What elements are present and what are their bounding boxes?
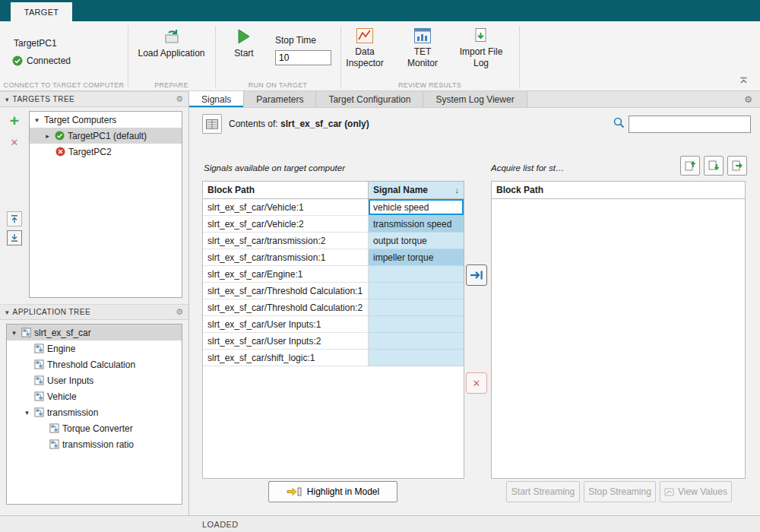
signal-cell[interactable]: impeller torque	[369, 249, 464, 266]
targets-tree-header[interactable]: ▾ TARGETS TREE ⚙	[0, 91, 188, 107]
view-values-button[interactable]: View Values	[660, 481, 732, 502]
start-streaming-button[interactable]: Start Streaming	[506, 481, 580, 502]
stop-time-label: Stop Time	[275, 35, 331, 46]
column-header-signal-name[interactable]: Signal Name ↓	[369, 182, 464, 198]
start-icon	[236, 27, 252, 46]
ribbon-divider	[519, 26, 520, 87]
start-button[interactable]: Start	[224, 26, 264, 81]
arrow-to-top-icon	[10, 214, 19, 223]
block-diagram-icon	[34, 344, 44, 353]
ribbon-group-run: Start Stop Time RUN ON TARGET	[215, 21, 340, 91]
tree-item-target-computers[interactable]: ▾ Target Computers	[30, 112, 182, 128]
signal-cell[interactable]: vehicle speed	[369, 199, 464, 216]
section-label-run: RUN ON TARGET	[215, 81, 340, 89]
collapse-arrow-icon[interactable]: ▾	[5, 309, 9, 316]
gear-icon[interactable]: ⚙	[176, 94, 183, 104]
stop-time-input[interactable]	[275, 50, 331, 65]
tree-item-targetpc2[interactable]: TargetPC2	[30, 144, 182, 160]
tet-monitor-button[interactable]: TET Monitor	[399, 26, 446, 81]
tree-item-app-root[interactable]: ▾ slrt_ex_sf_car	[7, 325, 182, 340]
tab-parameters[interactable]: Parameters	[244, 91, 316, 107]
application-tree-header[interactable]: ▾ APPLICATION TREE ⚙	[0, 304, 188, 320]
stop-time-group: Stop Time	[275, 35, 331, 65]
search-icon	[613, 117, 625, 128]
script-arrow-icon	[731, 160, 743, 172]
gear-icon[interactable]: ⚙	[744, 91, 760, 107]
table-row[interactable]: slrt_ex_sf_car/transmission:2 output tor…	[203, 233, 464, 249]
add-target-button[interactable]: +	[5, 112, 24, 130]
load-application-button[interactable]: Load Application	[134, 26, 209, 81]
contents-view-button[interactable]	[202, 114, 222, 134]
signal-cell[interactable]	[369, 283, 464, 299]
signal-cell[interactable]	[369, 316, 464, 333]
signal-cell[interactable]: output torque	[369, 233, 464, 249]
tab-target-configuration[interactable]: Target Configuration	[316, 91, 423, 107]
tree-item-user-inputs[interactable]: User Inputs	[7, 372, 182, 388]
collapse-arrow-icon[interactable]: ▾	[5, 96, 9, 103]
table-row[interactable]: slrt_ex_sf_car/User Inputs:1	[203, 316, 464, 333]
expand-arrow-icon[interactable]: ▾	[10, 329, 18, 337]
import-file-log-icon	[472, 27, 490, 44]
tree-item-threshold-calculation[interactable]: Threshold Calculation	[7, 356, 182, 372]
expand-arrow-icon[interactable]: ▸	[43, 132, 52, 140]
export-up-icon	[684, 160, 696, 172]
tree-item-label: Threshold Calculation	[47, 359, 135, 370]
column-header-block-path[interactable]: Block Path	[203, 182, 369, 198]
tree-item-torque-converter[interactable]: Torque Converter	[7, 420, 182, 436]
signal-cell[interactable]: transmission speed	[369, 216, 464, 233]
import-down-icon	[708, 160, 720, 172]
tree-item-transmission-ratio[interactable]: transmission ratio	[7, 436, 182, 452]
table-row[interactable]: slrt_ex_sf_car/Threshold Calculation:2	[203, 299, 464, 316]
status-bar: LOADED	[0, 515, 760, 532]
collapse-ribbon-button[interactable]	[738, 74, 749, 87]
add-to-acquire-button[interactable]	[466, 264, 487, 286]
move-bottom-button[interactable]	[7, 230, 22, 245]
tree-item-label: slrt_ex_sf_car	[34, 328, 91, 338]
move-top-button[interactable]	[7, 211, 22, 226]
import-file-log-button[interactable]: Import File Log	[456, 26, 506, 81]
column-header-block-path[interactable]: Block Path	[492, 182, 745, 199]
table-row[interactable]: slrt_ex_sf_car/Threshold Calculation:1	[203, 283, 464, 299]
delete-target-button[interactable]: ✕	[7, 135, 22, 150]
application-tree-title: APPLICATION TREE	[13, 308, 91, 316]
tab-bar: Signals Parameters Target Configuration …	[189, 91, 760, 108]
ribbon-group-connect: TargetPC1 Connected CONNECT TO TARGET CO…	[0, 21, 128, 91]
gear-icon[interactable]: ⚙	[176, 307, 183, 317]
table-row[interactable]: slrt_ex_sf_car/Engine:1	[203, 266, 464, 283]
expand-arrow-icon[interactable]: ▾	[33, 116, 41, 124]
save-list-button[interactable]	[680, 156, 700, 176]
signals-caption: Signals available on target computer	[204, 163, 345, 173]
highlight-in-model-button[interactable]: Highlight in Model	[268, 481, 397, 502]
search-input[interactable]	[629, 116, 751, 133]
tree-item-label: transmission ratio	[62, 439, 134, 450]
expand-arrow-icon[interactable]: ▾	[23, 409, 31, 416]
export-script-button[interactable]	[727, 156, 747, 176]
sort-desc-icon[interactable]: ↓	[455, 185, 460, 195]
table-row[interactable]: slrt_ex_sf_car/Vehicle:2 transmission sp…	[203, 216, 464, 233]
stop-streaming-button[interactable]: Stop Streaming	[584, 481, 656, 502]
signal-cell[interactable]	[369, 299, 464, 316]
tree-item-engine[interactable]: Engine	[7, 340, 182, 356]
connected-check-icon	[55, 131, 65, 141]
data-inspector-button[interactable]: Data Inspector	[340, 26, 389, 81]
tab-signals[interactable]: Signals	[189, 91, 244, 107]
remove-from-acquire-button[interactable]: ✕	[466, 372, 487, 394]
table-row[interactable]: slrt_ex_sf_car/transmission:1 impeller t…	[203, 249, 464, 266]
tree-item-targetpc1[interactable]: ▸ TargetPC1 (default)	[30, 128, 182, 144]
table-row[interactable]: slrt_ex_sf_car/User Inputs:2	[203, 333, 464, 350]
table-row[interactable]: slrt_ex_sf_car/Vehicle:1 vehicle speed	[203, 199, 464, 216]
ribbon-tab-target[interactable]: TARGET	[11, 2, 72, 21]
signal-cell[interactable]	[369, 350, 464, 366]
section-label-prepare: PREPARE	[128, 81, 215, 89]
tree-item-vehicle[interactable]: Vehicle	[7, 388, 182, 404]
connection-status: Connected	[12, 55, 71, 66]
tree-item-transmission[interactable]: ▾ transmission	[7, 404, 182, 420]
section-label-connect: CONNECT TO TARGET COMPUTER	[0, 81, 128, 89]
load-application-icon	[163, 27, 181, 46]
load-list-button[interactable]	[704, 156, 724, 176]
ribbon: TargetPC1 Connected CONNECT TO TARGET CO…	[0, 21, 760, 91]
signal-cell[interactable]	[369, 266, 464, 283]
table-row[interactable]: slrt_ex_sf_car/shift_logic:1	[203, 350, 464, 366]
tab-system-log-viewer[interactable]: System Log Viewer	[423, 91, 527, 107]
signal-cell[interactable]	[369, 333, 464, 350]
